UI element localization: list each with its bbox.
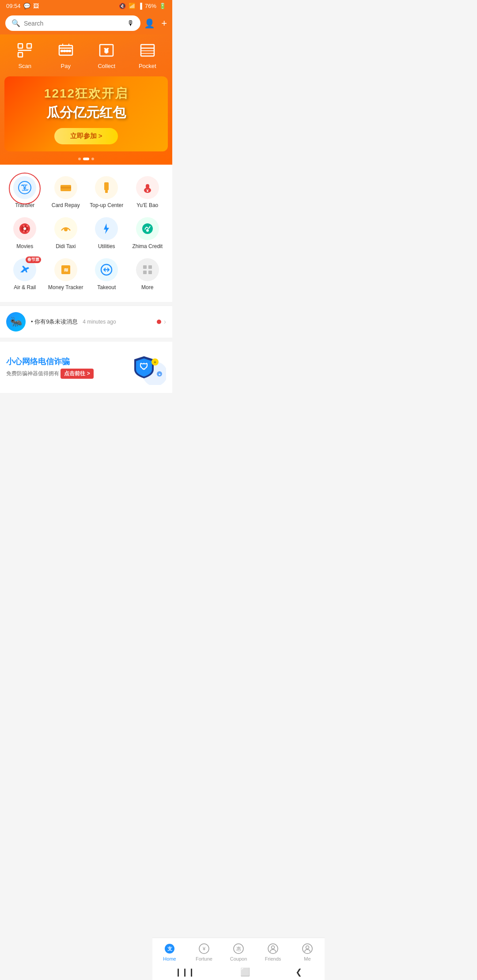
svg-rect-29 xyxy=(23,225,25,227)
yuebao-svg: ¥ xyxy=(140,181,155,195)
air-rail-badge: 春节票 xyxy=(26,256,41,263)
image-icon: 🖼 xyxy=(33,3,39,9)
service-yuebao[interactable]: ¥ Yu'E Bao xyxy=(127,172,168,213)
transfer-icon: ¥ xyxy=(13,176,36,199)
service-utilities[interactable]: Utilities xyxy=(86,213,127,254)
collect-svg: ¥ xyxy=(98,42,115,59)
ant-mascot: 🐜 xyxy=(6,312,26,332)
card-repay-svg xyxy=(59,181,73,195)
takeout-label: Takeout xyxy=(97,284,116,290)
security-card: 小心网络电信诈骗 免费防骗神器值得拥有 点击前往 > 🛡 + ✦ xyxy=(0,342,172,393)
svg-rect-6 xyxy=(61,50,63,52)
svg-marker-35 xyxy=(104,223,109,234)
svg-text:≋: ≋ xyxy=(63,267,68,273)
mute-icon: 🔇 xyxy=(119,3,126,9)
bottom-spacer xyxy=(0,393,172,428)
mic-icon[interactable]: 🎙 xyxy=(127,19,134,27)
quick-action-collect[interactable]: ¥ Collect xyxy=(97,41,116,69)
takeout-svg xyxy=(99,263,114,277)
svg-rect-1 xyxy=(27,44,31,48)
header-icons: 👤 + xyxy=(144,18,167,29)
utilities-svg xyxy=(99,222,114,236)
service-didi[interactable]: Didi Taxi xyxy=(45,213,87,254)
search-icon: 🔍 xyxy=(11,19,20,27)
notification-bar[interactable]: 🐜 • 你有9条未读消息 4 minutes ago › xyxy=(0,305,172,338)
pocket-svg xyxy=(139,42,156,59)
didi-icon xyxy=(54,217,77,240)
service-zhima[interactable]: Zhima Credit xyxy=(127,213,168,254)
security-image: 🛡 + ✦ xyxy=(131,350,166,385)
card-repay-label: Card Repay xyxy=(52,202,80,208)
svg-rect-0 xyxy=(18,44,23,48)
security-text: 小心网络电信诈骗 免费防骗神器值得拥有 点击前往 > xyxy=(6,356,94,379)
didi-label: Didi Taxi xyxy=(56,243,76,249)
banner-subtitle-text: 瓜分亿元红包 xyxy=(46,104,126,122)
service-topup[interactable]: Top-up Center xyxy=(86,172,127,213)
promo-banner[interactable]: 1212狂欢开启 瓜分亿元红包 立即参加 > xyxy=(4,76,168,151)
services-grid: ¥ Transfer Card Repay xyxy=(4,172,168,295)
svg-rect-14 xyxy=(141,45,154,56)
service-takeout[interactable]: Takeout xyxy=(86,254,127,295)
add-icon[interactable]: + xyxy=(161,18,167,29)
service-transfer[interactable]: ¥ Transfer xyxy=(4,172,45,213)
movies-label: Movies xyxy=(16,243,33,249)
header: 🔍 🎙 👤 + xyxy=(0,12,172,34)
topup-svg xyxy=(99,181,114,195)
svg-rect-8 xyxy=(66,50,68,52)
battery: 76% xyxy=(145,3,156,9)
svg-rect-44 xyxy=(148,271,152,274)
hero-section: 🔍 🎙 👤 + Scan xyxy=(0,12,172,165)
takeout-icon xyxy=(95,258,118,281)
dot-3 xyxy=(91,158,94,160)
yuebao-label: Yu'E Bao xyxy=(136,202,158,208)
notification-right: › xyxy=(157,318,166,326)
service-more[interactable]: More xyxy=(127,254,168,295)
quick-action-pocket[interactable]: Pocket xyxy=(138,41,157,69)
svg-rect-41 xyxy=(143,265,147,269)
svg-rect-23 xyxy=(105,190,108,193)
svg-rect-25 xyxy=(146,184,149,188)
quick-action-scan[interactable]: Scan xyxy=(15,41,34,69)
security-shield-svg: 🛡 + ✦ xyxy=(131,350,166,385)
scan-svg xyxy=(16,42,33,59)
topup-icon xyxy=(95,176,118,199)
banner-date-text: 1212狂欢开启 xyxy=(44,85,128,102)
utilities-icon xyxy=(95,217,118,240)
dot-1 xyxy=(78,158,81,160)
dot-2 xyxy=(83,158,89,160)
status-right: 🔇 📶 ▐ 76% 🔋 xyxy=(119,3,166,9)
status-left: 09:54 💬 🖼 xyxy=(6,3,39,9)
pay-svg xyxy=(57,42,74,59)
notification-text: • 你有9条未读消息 4 minutes ago xyxy=(31,318,151,326)
service-movies[interactable]: Movies xyxy=(4,213,45,254)
more-icon xyxy=(136,258,159,281)
chevron-right-icon: › xyxy=(164,318,166,326)
collect-icon-wrapper: ¥ xyxy=(97,41,116,60)
signal-icon: ▐ xyxy=(138,3,142,9)
quick-action-pay[interactable]: Pay xyxy=(56,41,76,69)
search-bar[interactable]: 🔍 🎙 xyxy=(5,15,140,31)
service-card-repay[interactable]: Card Repay xyxy=(45,172,87,213)
zhima-svg xyxy=(140,222,155,236)
svg-rect-31 xyxy=(23,230,25,232)
svg-rect-30 xyxy=(26,225,28,227)
pay-label: Pay xyxy=(61,63,71,69)
security-title-highlight: 电信诈骗 xyxy=(38,357,70,366)
transfer-svg: ¥ xyxy=(18,181,32,195)
security-cta-button[interactable]: 点击前往 > xyxy=(61,369,93,379)
svg-rect-2 xyxy=(18,53,23,57)
service-air-rail[interactable]: 春节票 Air & Rail xyxy=(4,254,45,295)
profile-icon[interactable]: 👤 xyxy=(144,18,155,29)
service-money-tracker[interactable]: ≋ Money Tracker xyxy=(45,254,87,295)
svg-text:+: + xyxy=(154,360,156,365)
search-input[interactable] xyxy=(24,20,124,27)
wechat-icon: 💬 xyxy=(23,3,30,9)
topup-label: Top-up Center xyxy=(90,202,123,208)
movies-icon xyxy=(13,217,36,240)
banner-dots xyxy=(0,158,172,165)
svg-point-37 xyxy=(146,229,149,232)
movies-svg xyxy=(18,222,32,236)
banner-cta-button[interactable]: 立即参加 > xyxy=(54,128,118,144)
svg-text:✦: ✦ xyxy=(158,373,161,377)
svg-rect-42 xyxy=(148,265,152,269)
